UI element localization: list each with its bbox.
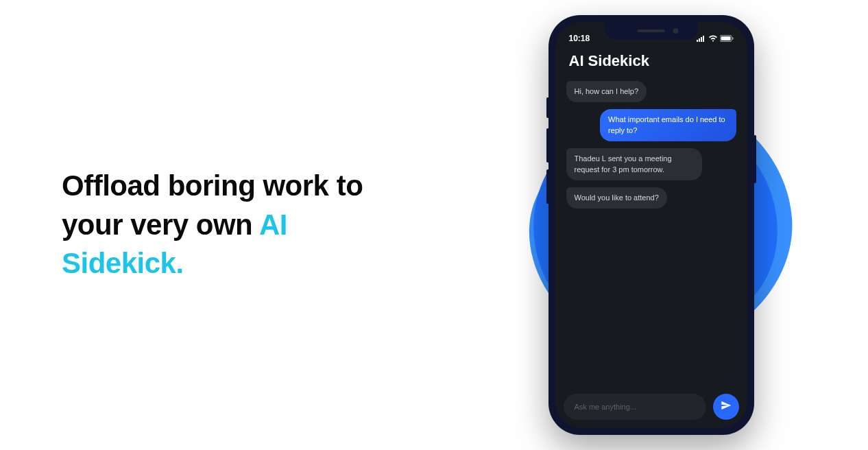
send-button[interactable]	[713, 394, 739, 420]
phone-side-button	[754, 135, 756, 183]
chat-area: Hi, how can I help? What important email…	[555, 81, 747, 386]
chat-bubble-user: What important emails do I need to reply…	[600, 109, 736, 141]
hero-text-column: Offload boring work to your very own AI …	[0, 167, 434, 283]
chat-bubble-ai: Hi, how can I help?	[566, 81, 647, 102]
notch-camera	[673, 28, 678, 34]
notch-speaker	[638, 29, 665, 32]
chat-input-placeholder: Ask me anything...	[575, 403, 637, 411]
phone-side-button	[546, 97, 548, 118]
svg-rect-1	[699, 38, 700, 42]
cellular-signal-icon	[697, 35, 706, 42]
wifi-icon	[708, 35, 718, 42]
chat-bubble-ai: Would you like to attend?	[566, 187, 667, 209]
status-icons	[697, 35, 734, 42]
svg-rect-6	[732, 37, 734, 40]
phone-side-button	[546, 169, 548, 204]
send-icon	[721, 400, 732, 414]
phone-mockup: 10:18 AI Sidekick	[548, 15, 754, 435]
phone-notch	[605, 22, 697, 40]
phone-side-button	[546, 128, 548, 163]
hero-container: Offload boring work to your very own AI …	[0, 0, 868, 450]
chat-input[interactable]: Ask me anything...	[564, 394, 706, 420]
battery-icon	[720, 35, 734, 42]
phone-screen: 10:18 AI Sidekick	[555, 22, 747, 428]
svg-rect-5	[721, 36, 730, 40]
hero-visual-column: 10:18 AI Sidekick	[434, 0, 868, 450]
svg-rect-2	[701, 37, 702, 42]
hero-headline-text: Offload boring work to your very own	[62, 169, 363, 241]
app-title: AI Sidekick	[555, 49, 747, 81]
hero-headline: Offload boring work to your very own AI …	[62, 167, 407, 283]
status-time: 10:18	[569, 34, 590, 43]
svg-rect-0	[697, 40, 698, 42]
chat-bubble-ai: Thadeu L sent you a meeting request for …	[566, 148, 702, 180]
svg-rect-3	[703, 36, 704, 42]
chat-input-bar: Ask me anything...	[564, 394, 739, 420]
